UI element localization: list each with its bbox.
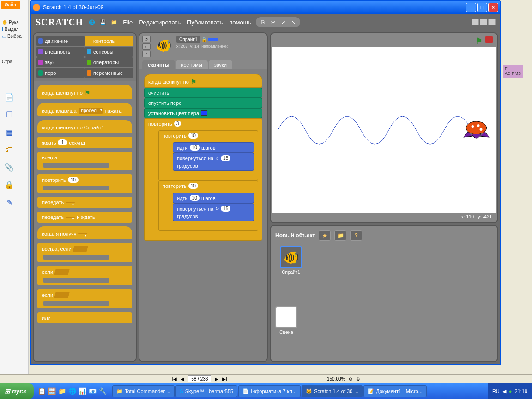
sprite-name-field[interactable]: Спрайт1 xyxy=(176,36,200,43)
zoom-in-icon[interactable]: ⊕ xyxy=(356,376,360,381)
menu-file[interactable]: File xyxy=(123,19,133,26)
taskbar-task[interactable]: 📄Інформатика 7 кл... xyxy=(238,385,301,397)
script-set-color[interactable]: установить цвет пера xyxy=(144,108,262,118)
bg-select-tool[interactable]: IВыдел xyxy=(0,26,28,33)
sign-icon[interactable]: ✎ xyxy=(5,198,14,207)
color-swatch[interactable] xyxy=(201,110,207,116)
block-if-else[interactable]: если xyxy=(37,289,132,308)
script-turn-ccw[interactable]: повернуться на ↺ 15 градусов xyxy=(173,153,254,171)
copy-icon[interactable]: ❐ xyxy=(5,110,14,119)
script-pen-down[interactable]: опустить перо xyxy=(144,98,262,108)
bg-hand-tool[interactable]: ✋Рука xyxy=(0,19,28,26)
rotate-ccw-button[interactable]: ↺ xyxy=(142,36,151,42)
category-control[interactable]: контроль xyxy=(85,36,133,46)
quicklaunch-icon[interactable]: 📧 xyxy=(88,387,97,395)
paint-sprite-button[interactable]: ★ xyxy=(319,230,331,241)
system-tray[interactable]: RU ◀ ● 21:19 xyxy=(488,383,532,399)
category-looks[interactable]: внешность xyxy=(36,47,85,57)
maximize-button[interactable]: □ xyxy=(477,3,487,12)
scissors-icon[interactable]: ✂ xyxy=(269,18,277,26)
block-forever[interactable]: всегда xyxy=(37,152,132,170)
globe-icon[interactable]: 🌐 xyxy=(88,18,96,26)
tag-icon[interactable]: 🏷 xyxy=(5,145,14,154)
tab-sounds[interactable]: звуки xyxy=(209,60,232,69)
quicklaunch-icon[interactable]: 🔧 xyxy=(98,387,107,395)
quicklaunch-icon[interactable]: 🌐 xyxy=(68,387,76,395)
view-small-button[interactable] xyxy=(472,19,479,25)
sprite-thumbnail-item[interactable]: 🐠 Спрайт1 xyxy=(277,246,305,275)
script-repeat-a[interactable]: повторить 10 идти 10 шагов повернуться н… xyxy=(158,130,258,181)
category-variables[interactable]: переменные xyxy=(85,68,133,78)
page-icon[interactable]: 📄 xyxy=(5,92,14,102)
category-operators[interactable]: операторы xyxy=(85,57,133,67)
titlebar[interactable]: Scratch 1.4 of 30-Jun-09 _ □ × xyxy=(31,1,500,14)
view-medium-button[interactable] xyxy=(480,19,487,25)
quicklaunch-icon[interactable]: 📊 xyxy=(78,387,86,395)
block-broadcast[interactable]: передать xyxy=(37,197,132,208)
zoom-out-icon[interactable]: ⊖ xyxy=(349,376,352,381)
menu-publish[interactable]: Публиковать xyxy=(187,19,223,26)
taskbar-task[interactable]: 📁Total Commander ... xyxy=(112,385,175,397)
block-if[interactable]: если xyxy=(37,266,132,285)
shrink-icon[interactable]: ⤡ xyxy=(289,18,297,26)
next-page-icon[interactable]: ▶ xyxy=(215,376,218,381)
layers-icon[interactable]: ▤ xyxy=(5,127,14,137)
block-broadcast-wait[interactable]: передать и ждать xyxy=(37,212,132,223)
category-sensing[interactable]: сенсоры xyxy=(85,47,133,57)
script-clear[interactable]: очистить xyxy=(144,88,262,98)
block-repeat[interactable]: повторить 10 xyxy=(37,174,132,193)
lock-icon[interactable]: 🔒 xyxy=(5,180,14,189)
quicklaunch-icon[interactable]: 📁 xyxy=(58,387,66,395)
block-when-sprite-clicked[interactable]: когда щелкнут по Спрайт1 xyxy=(37,120,132,133)
surprise-sprite-button[interactable]: ? xyxy=(350,230,362,241)
save-icon[interactable]: 💾 xyxy=(99,18,107,26)
taskbar-task[interactable]: 📝Документ1 - Micro... xyxy=(363,385,427,397)
script-repeat-outer[interactable]: повторить 3 повторить 10 идти 10 шагов п… xyxy=(144,118,262,241)
block-when-flag[interactable]: когда щелкнут по ⚑ xyxy=(37,85,132,99)
minimize-button[interactable]: _ xyxy=(466,3,476,12)
block-wait[interactable]: ждать 1 секунд xyxy=(37,137,132,148)
block-when-key[interactable]: когда клавиша пробел нажата xyxy=(37,103,132,116)
first-page-icon[interactable]: |◀ xyxy=(172,376,177,381)
quicklaunch-icon[interactable]: 📋 xyxy=(37,387,46,395)
attach-icon[interactable]: 📎 xyxy=(5,163,14,172)
tray-icon[interactable]: ● xyxy=(509,388,512,394)
block-when-receive[interactable]: когда я получу xyxy=(37,226,132,239)
quicklaunch-icon[interactable]: 🪟 xyxy=(48,387,56,395)
category-pen[interactable]: перо xyxy=(36,68,85,78)
stage-canvas[interactable] xyxy=(272,47,496,213)
close-button[interactable]: × xyxy=(488,3,498,12)
taskbar-task[interactable]: SSkype™ - bermar555 xyxy=(175,385,237,397)
tab-costumes[interactable]: костюмы xyxy=(176,60,208,69)
no-rotate-button[interactable]: • xyxy=(142,51,151,57)
bg-file-tab[interactable]: Файл xyxy=(1,1,20,9)
script-hat[interactable]: когда щелкнут по ⚑ xyxy=(144,74,262,88)
script-repeat-b[interactable]: повторить 10 идти 10 шагов повернуться н… xyxy=(158,181,258,231)
category-motion[interactable]: движение xyxy=(36,36,85,46)
lock-icon[interactable]: 🔒 xyxy=(201,37,207,42)
stamp-icon[interactable]: ⎘ xyxy=(259,18,267,26)
start-button[interactable]: ⊞ пуск xyxy=(0,383,34,399)
sprite-on-stage[interactable] xyxy=(464,121,490,138)
script-move-a[interactable]: идти 10 шагов xyxy=(173,142,254,153)
tray-icon[interactable]: ◀ xyxy=(502,388,506,394)
view-large-button[interactable] xyxy=(488,19,496,25)
tab-scripts[interactable]: скрипты xyxy=(142,60,175,69)
page-counter[interactable]: 58 / 238 xyxy=(188,375,211,382)
clock[interactable]: 21:19 xyxy=(514,388,527,394)
prev-page-icon[interactable]: ◀ xyxy=(181,376,184,381)
taskbar-task[interactable]: 🐱Scratch 1.4 of 30-... xyxy=(302,385,363,397)
flip-button[interactable]: ↔ xyxy=(142,43,151,50)
lang-indicator[interactable]: RU xyxy=(492,388,500,394)
block-else[interactable]: или xyxy=(37,312,132,323)
script-turn-cw[interactable]: повернуться на ↻ 15 градусов xyxy=(173,203,254,221)
zoom-value[interactable]: 150.00% xyxy=(327,376,345,381)
last-page-icon[interactable]: ▶| xyxy=(222,376,227,381)
bg-select2-tool[interactable]: ▭Выбра xyxy=(0,33,28,40)
menu-edit[interactable]: Редактировать xyxy=(139,19,181,26)
block-forever-if[interactable]: всегда, если xyxy=(37,243,132,262)
folder-icon[interactable]: 📁 xyxy=(110,18,118,26)
menu-help[interactable]: помощь xyxy=(229,19,251,26)
category-sound[interactable]: звук xyxy=(36,57,85,67)
script-canvas[interactable]: когда щелкнут по ⚑ очистить опустить пер… xyxy=(139,69,267,361)
